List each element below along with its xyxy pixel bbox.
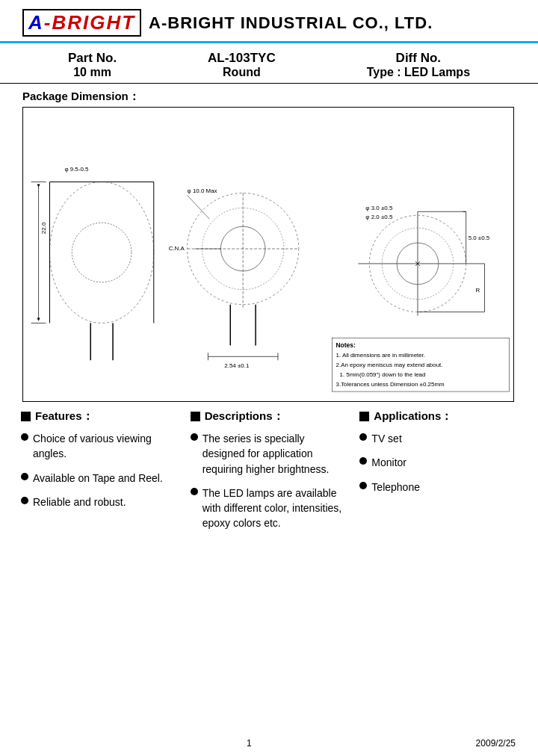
page-number: 1 [22, 738, 476, 749]
descriptions-list: The series is specially designed for app… [191, 431, 348, 531]
svg-text:5.0 ±0.5: 5.0 ±0.5 [469, 235, 490, 241]
features-list: Choice of various viewing angles. Availa… [21, 431, 179, 509]
part-col-2: AL-103TYC Round [208, 51, 276, 79]
diagram-svg: φ 9.5-0.5 22.0 φ 10.0 Max 2.54 ±0.1 C.N.… [23, 108, 513, 401]
applications-title: Applications： [374, 409, 452, 424]
applications-column: Applications： TV set Monitor Telephone [353, 409, 523, 540]
desc-text-1: The series is specially designed for app… [202, 431, 348, 477]
logo-a: A [28, 11, 44, 34]
descriptions-icon [191, 412, 200, 421]
package-title: Package Dimension： [22, 90, 516, 104]
app-text-1: TV set [371, 431, 401, 446]
desc-bullet-1 [191, 433, 198, 441]
part-shape: Round [208, 66, 276, 79]
app-bullet-3 [359, 482, 367, 489]
feature-item-3: Reliable and robust. [21, 495, 179, 509]
applications-list: TV set Monitor Telephone [359, 431, 517, 495]
descriptions-header: Descriptions： [191, 409, 348, 424]
features-column: Features： Choice of various viewing angl… [15, 409, 185, 540]
features-header: Features： [21, 409, 179, 424]
type-label: Type : LED Lamps [367, 66, 470, 79]
diff-no-label: Diff No. [367, 51, 470, 66]
desc-text-2: The LED lamps are available with differe… [202, 486, 348, 531]
application-item-2: Monitor [359, 455, 517, 470]
part-number: AL-103TYC [208, 51, 276, 66]
logo-rest: -BRIGHT [44, 11, 135, 34]
svg-text:3.Tolerances unless Dimension : 3.Tolerances unless Dimension ±0.25mm [336, 381, 445, 388]
svg-text:R: R [476, 287, 480, 294]
header: A-BRIGHT A-BRIGHT INDUSTRIAL CO., LTD. [0, 0, 538, 43]
bullet-2 [21, 473, 28, 480]
bottom-section: Features： Choice of various viewing angl… [0, 402, 538, 540]
bullet-1 [21, 433, 28, 441]
footer-date: 2009/2/25 [476, 738, 516, 749]
part-col-1: Part No. 10 mm [68, 51, 117, 79]
application-item-3: Telephone [359, 480, 517, 495]
svg-text:22.0: 22.0 [41, 222, 48, 234]
applications-header: Applications： [359, 409, 517, 424]
part-info: Part No. 10 mm AL-103TYC Round Diff No. … [0, 43, 538, 84]
features-title: Features： [35, 409, 93, 424]
svg-text:2.54 ±0.1: 2.54 ±0.1 [224, 362, 250, 369]
description-item-1: The series is specially designed for app… [191, 431, 348, 477]
footer: 1 2009/2/25 [0, 738, 538, 749]
part-size: 10 mm [68, 66, 117, 79]
svg-text:1. All dimensions are in milli: 1. All dimensions are in millimeter. [336, 352, 426, 359]
app-bullet-1 [359, 433, 367, 441]
app-text-3: Telephone [371, 480, 420, 495]
applications-icon [359, 412, 369, 421]
description-item-2: The LED lamps are available with differe… [191, 486, 348, 531]
svg-text:2.An epoxy meniscus may extend: 2.An epoxy meniscus may extend about. [336, 362, 443, 368]
diagram-box: φ 9.5-0.5 22.0 φ 10.0 Max 2.54 ±0.1 C.N.… [22, 107, 514, 402]
svg-text:φ 9.5-0.5: φ 9.5-0.5 [64, 166, 89, 173]
feature-text-1: Choice of various viewing angles. [33, 431, 179, 462]
application-item-1: TV set [359, 431, 517, 446]
company-name: A-BRIGHT INDUSTRIAL CO., LTD. [149, 13, 433, 33]
bullet-3 [21, 497, 28, 504]
svg-text:φ 3.0 ±0.5: φ 3.0 ±0.5 [365, 205, 393, 211]
features-icon [21, 412, 31, 421]
svg-point-1 [72, 223, 132, 282]
svg-point-0 [49, 182, 153, 323]
svg-text:φ 10.0 Max: φ 10.0 Max [188, 188, 217, 194]
app-bullet-2 [359, 457, 367, 465]
feature-text-2: Available on Tape and Reel. [33, 471, 163, 486]
app-text-2: Monitor [371, 455, 406, 470]
svg-text:φ 2.0 ±0.5: φ 2.0 ±0.5 [365, 214, 393, 220]
descriptions-title: Descriptions： [205, 409, 284, 424]
svg-text:Notes:: Notes: [336, 341, 356, 349]
feature-text-3: Reliable and robust. [33, 495, 126, 509]
descriptions-column: Descriptions： The series is specially de… [185, 409, 354, 540]
logo: A-BRIGHT [22, 9, 141, 37]
part-no-label: Part No. [68, 51, 117, 66]
desc-bullet-2 [191, 488, 198, 495]
svg-text:C.N.A: C.N.A [169, 245, 185, 252]
feature-item-1: Choice of various viewing angles. [21, 431, 179, 462]
svg-text:1. 5mm(0.059") down to the lea: 1. 5mm(0.059") down to the lead [340, 371, 426, 378]
part-col-3: Diff No. Type : LED Lamps [367, 51, 470, 79]
feature-item-2: Available on Tape and Reel. [21, 471, 179, 486]
package-section: Package Dimension： φ 9.5-0.5 22.0 [0, 84, 538, 402]
